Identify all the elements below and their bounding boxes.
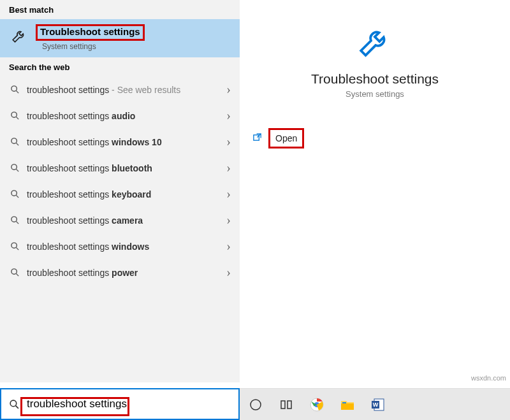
- chevron-right-icon: ›: [226, 265, 231, 280]
- web-result-label: troubleshoot settings windows 10: [27, 137, 220, 147]
- svg-point-14: [11, 269, 16, 274]
- search-icon: [9, 242, 20, 251]
- chrome-icon[interactable]: [307, 395, 326, 414]
- open-label: Open: [275, 133, 297, 143]
- svg-line-13: [16, 247, 18, 250]
- taskbar: W: [240, 388, 510, 420]
- svg-point-8: [11, 191, 16, 196]
- svg-point-4: [11, 138, 16, 143]
- search-icon: [9, 85, 20, 94]
- search-web-header: Search the web: [0, 57, 240, 76]
- search-icon: [9, 268, 20, 277]
- svg-text:W: W: [373, 402, 379, 408]
- web-result-label: troubleshoot settings camera: [27, 215, 220, 226]
- web-result-label: troubleshoot settings audio: [27, 111, 220, 121]
- best-match-result[interactable]: Troubleshoot settings System settings: [0, 19, 240, 57]
- annotation-box: Open: [268, 128, 304, 148]
- svg-line-15: [16, 273, 18, 276]
- open-icon: [252, 133, 262, 144]
- best-match-header: Best match: [0, 0, 240, 19]
- preview-title: Troubleshoot settings: [311, 71, 439, 87]
- annotation-box: Troubleshoot settings: [36, 24, 145, 41]
- svg-line-11: [16, 221, 18, 224]
- search-results-panel: Best match Troubleshoot settings System …: [0, 0, 240, 382]
- web-result-label: troubleshoot settings power: [27, 268, 220, 278]
- chevron-right-icon: ›: [226, 161, 231, 175]
- svg-point-17: [10, 400, 17, 407]
- file-explorer-icon[interactable]: [338, 395, 357, 414]
- wrench-icon: [353, 19, 397, 64]
- cortana-icon[interactable]: [246, 395, 265, 414]
- svg-point-19: [251, 400, 261, 410]
- search-icon: [1, 389, 27, 419]
- svg-point-0: [11, 86, 16, 91]
- svg-line-7: [16, 169, 18, 171]
- search-icon: [9, 189, 20, 199]
- svg-line-18: [15, 405, 18, 408]
- svg-line-3: [16, 117, 18, 119]
- svg-line-1: [16, 91, 18, 93]
- best-match-subtitle: System settings: [42, 42, 145, 51]
- preview-panel: Troubleshoot settings System settings Op…: [240, 0, 510, 382]
- svg-line-9: [16, 195, 18, 198]
- web-result-item[interactable]: troubleshoot settings windows›: [0, 233, 240, 259]
- svg-rect-25: [342, 402, 346, 403]
- chevron-right-icon: ›: [226, 213, 231, 228]
- watermark: wsxdn.com: [471, 374, 506, 382]
- wrench-icon: [10, 27, 28, 45]
- web-result-label: troubleshoot settings bluetooth: [27, 163, 220, 173]
- svg-rect-21: [288, 401, 291, 409]
- chevron-right-icon: ›: [226, 134, 231, 149]
- preview-subtitle: System settings: [346, 89, 404, 99]
- svg-point-10: [11, 217, 16, 222]
- web-result-label: troubleshoot settings - See web results: [27, 85, 220, 95]
- web-result-label: troubleshoot settings keyboard: [27, 189, 220, 199]
- svg-point-12: [11, 243, 16, 248]
- svg-rect-20: [281, 401, 285, 409]
- web-result-item[interactable]: troubleshoot settings power›: [0, 259, 240, 286]
- svg-point-6: [11, 164, 16, 170]
- task-view-icon[interactable]: [277, 395, 296, 414]
- search-icon: [9, 215, 20, 225]
- search-input[interactable]: [27, 389, 238, 419]
- chevron-right-icon: ›: [226, 82, 231, 97]
- web-result-label: troubleshoot settings windows: [27, 242, 220, 252]
- open-action[interactable]: Open: [240, 124, 510, 152]
- word-icon[interactable]: W: [368, 395, 388, 414]
- web-result-item[interactable]: troubleshoot settings audio›: [0, 103, 240, 129]
- web-result-item[interactable]: troubleshoot settings bluetooth›: [0, 155, 240, 181]
- svg-line-5: [16, 143, 18, 145]
- best-match-title: Troubleshoot settings: [40, 26, 140, 37]
- svg-rect-16: [254, 135, 259, 140]
- svg-point-2: [11, 112, 16, 117]
- chevron-right-icon: ›: [226, 108, 231, 123]
- web-result-item[interactable]: troubleshoot settings keyboard›: [0, 181, 240, 207]
- web-result-item[interactable]: troubleshoot settings windows 10›: [0, 129, 240, 155]
- search-box[interactable]: troubleshoot settings: [0, 388, 240, 420]
- web-result-item[interactable]: troubleshoot settings camera›: [0, 207, 240, 233]
- svg-rect-24: [341, 403, 354, 410]
- search-icon: [9, 163, 20, 173]
- search-icon: [9, 111, 20, 120]
- chevron-right-icon: ›: [226, 239, 231, 254]
- web-result-item[interactable]: troubleshoot settings - See web results›: [0, 76, 240, 103]
- search-icon: [9, 137, 20, 147]
- chevron-right-icon: ›: [226, 187, 231, 201]
